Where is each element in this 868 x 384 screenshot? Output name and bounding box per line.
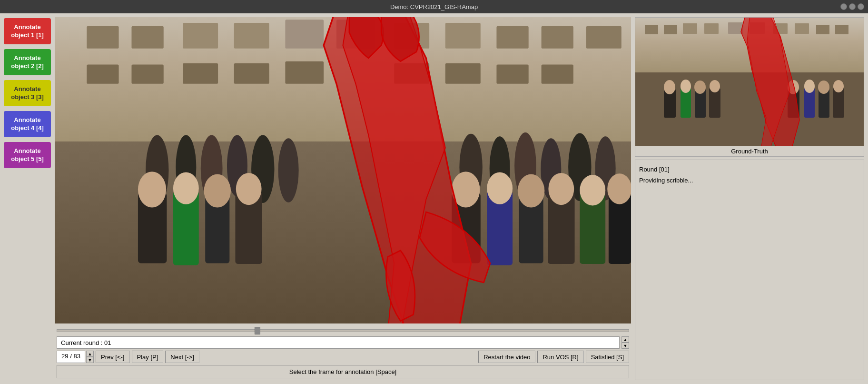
svg-rect-13 (131, 64, 163, 83)
video-controls: Current round : 01 ▲ ▼ 29 / 83 ▲ ▼ Prev … (55, 323, 631, 380)
svg-point-45 (487, 172, 513, 204)
video-area[interactable] (55, 17, 631, 323)
annotate-obj1-button[interactable]: Annotateobject 1 [1] (4, 18, 51, 44)
gt-svg (635, 18, 864, 146)
svg-point-77 (804, 80, 815, 93)
svg-rect-58 (704, 23, 719, 34)
svg-point-35 (138, 172, 166, 207)
annotate-obj4-button[interactable]: Annotateobject 4 [4] (4, 111, 51, 137)
svg-rect-64 (835, 25, 848, 34)
svg-rect-55 (645, 25, 658, 34)
svg-rect-12 (87, 64, 118, 83)
info-line-1: Round [01] (639, 164, 860, 175)
svg-point-37 (173, 172, 199, 204)
frame-down-button[interactable]: ▼ (86, 357, 94, 363)
svg-point-27 (278, 138, 299, 202)
svg-point-67 (664, 80, 675, 94)
frame-up-button[interactable]: ▲ (86, 351, 94, 357)
select-frame-button[interactable]: Select the frame for annotation [Space] (57, 365, 629, 378)
svg-point-53 (607, 173, 631, 204)
left-panel: Annotateobject 1 [1] Annotateobject 2 [2… (0, 13, 55, 384)
svg-rect-11 (586, 26, 621, 49)
main-container: Annotateobject 1 [1] Annotateobject 2 [2… (0, 13, 868, 384)
playback-controls-row: 29 / 83 ▲ ▼ Prev [<-] Play [P] Next [->]… (57, 351, 629, 363)
svg-rect-1 (87, 26, 118, 49)
annotate-obj5-button[interactable]: Annotateobject 5 [5] (4, 142, 51, 168)
round-controls-row: Current round : 01 ▲ ▼ (57, 336, 629, 349)
svg-rect-10 (542, 26, 573, 49)
info-line-2: Providing scribble... (639, 175, 860, 186)
minimize-button[interactable] (840, 3, 847, 10)
svg-rect-14 (183, 63, 218, 84)
round-down-button[interactable]: ▼ (621, 343, 629, 349)
svg-rect-5 (285, 20, 324, 49)
svg-point-49 (548, 173, 574, 205)
restart-button[interactable]: Restart the video (478, 351, 535, 363)
svg-rect-62 (795, 23, 809, 34)
svg-point-41 (236, 173, 262, 205)
svg-rect-3 (183, 23, 218, 49)
svg-rect-15 (234, 63, 269, 84)
svg-rect-16 (285, 61, 324, 84)
svg-rect-8 (445, 23, 481, 49)
maximize-button[interactable] (849, 3, 856, 10)
svg-point-39 (204, 174, 231, 208)
svg-point-47 (518, 174, 545, 208)
svg-point-69 (681, 80, 691, 93)
close-button[interactable] (858, 3, 864, 10)
window-title: Demo: CVPR2021_GIS-RAmap (390, 3, 478, 10)
center-panel: Current round : 01 ▲ ▼ 29 / 83 ▲ ▼ Prev … (55, 13, 635, 384)
frame-number: 29 / 83 (57, 351, 85, 363)
annotate-obj2-button[interactable]: Annotateobject 2 [2] (4, 49, 51, 75)
ground-truth-label: Ground-Truth (635, 146, 864, 156)
svg-rect-4 (234, 23, 269, 49)
seek-bar-container[interactable] (57, 325, 629, 334)
annotate-obj3-button[interactable]: Annotateobject 3 [3] (4, 80, 51, 106)
ground-truth-image (635, 18, 864, 146)
right-panel: Ground-Truth Round [01] Providing scribb… (635, 13, 868, 384)
svg-rect-56 (664, 25, 677, 34)
round-up-button[interactable]: ▲ (621, 336, 629, 343)
window-controls[interactable] (840, 3, 864, 10)
svg-point-73 (710, 80, 720, 92)
frame-display: 29 / 83 ▲ ▼ (57, 351, 94, 363)
svg-rect-72 (709, 88, 720, 118)
seek-bar[interactable] (57, 329, 629, 332)
svg-point-51 (580, 175, 605, 206)
svg-point-71 (694, 81, 706, 94)
svg-point-79 (818, 81, 829, 94)
svg-rect-80 (833, 88, 844, 118)
prev-button[interactable]: Prev [<-] (96, 351, 130, 363)
svg-rect-9 (496, 26, 528, 49)
svg-rect-63 (816, 25, 829, 34)
title-bar: Demo: CVPR2021_GIS-RAmap (0, 0, 868, 13)
round-label: Current round : 01 (57, 336, 620, 349)
select-frame-row: Select the frame for annotation [Space] (57, 365, 629, 378)
info-section: Round [01] Providing scribble... (635, 160, 864, 380)
run-vos-button[interactable]: Run VOS [R] (537, 351, 583, 363)
satisfied-button[interactable]: Satisfied [S] (586, 351, 629, 363)
svg-rect-18 (445, 63, 481, 84)
svg-rect-20 (542, 64, 573, 83)
ground-truth-section: Ground-Truth (635, 17, 864, 157)
play-button[interactable]: Play [P] (132, 351, 164, 363)
svg-point-81 (833, 80, 844, 92)
svg-rect-57 (683, 23, 697, 34)
svg-rect-19 (496, 64, 528, 83)
video-frame (55, 17, 631, 323)
svg-rect-2 (131, 26, 163, 49)
next-button[interactable]: Next [->] (165, 351, 199, 363)
